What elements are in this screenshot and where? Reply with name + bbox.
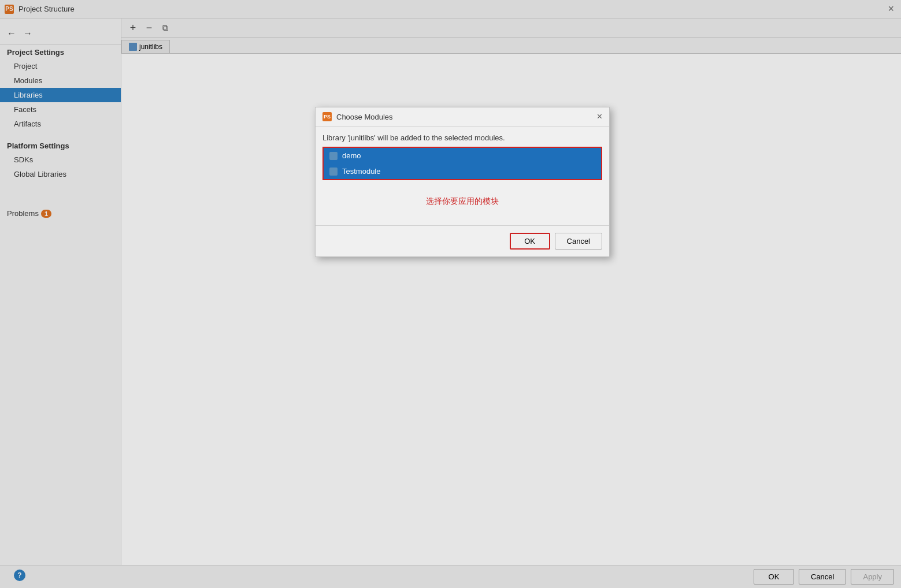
module-icon-demo <box>329 152 338 160</box>
dialog-body: Library 'junitlibs' will be added to the… <box>316 126 609 225</box>
choose-modules-dialog: PS Choose Modules × Library 'junitlibs' … <box>315 107 610 257</box>
dialog-message: Library 'junitlibs' will be added to the… <box>322 133 602 142</box>
module-icon-testmodule <box>329 168 338 176</box>
dialog-footer: OK Cancel <box>316 225 609 256</box>
dialog-titlebar-left: PS Choose Modules <box>322 112 393 121</box>
dialog-close-button[interactable]: × <box>597 112 602 121</box>
dialog-app-icon: PS <box>322 112 332 121</box>
dialog-title: Choose Modules <box>336 113 393 121</box>
note-text: 选择你要应用的模块 <box>322 185 602 218</box>
module-item-testmodule[interactable]: Testmodule <box>324 163 601 179</box>
dialog-titlebar: PS Choose Modules × <box>316 107 609 126</box>
module-item-demo[interactable]: demo <box>324 148 601 163</box>
module-list: demo Testmodule <box>322 147 602 180</box>
dialog-ok-button[interactable]: OK <box>510 233 550 250</box>
module-label-demo: demo <box>342 151 361 160</box>
dialog-cancel-button[interactable]: Cancel <box>555 233 602 250</box>
modal-overlay <box>0 0 901 588</box>
module-label-testmodule: Testmodule <box>342 167 380 176</box>
